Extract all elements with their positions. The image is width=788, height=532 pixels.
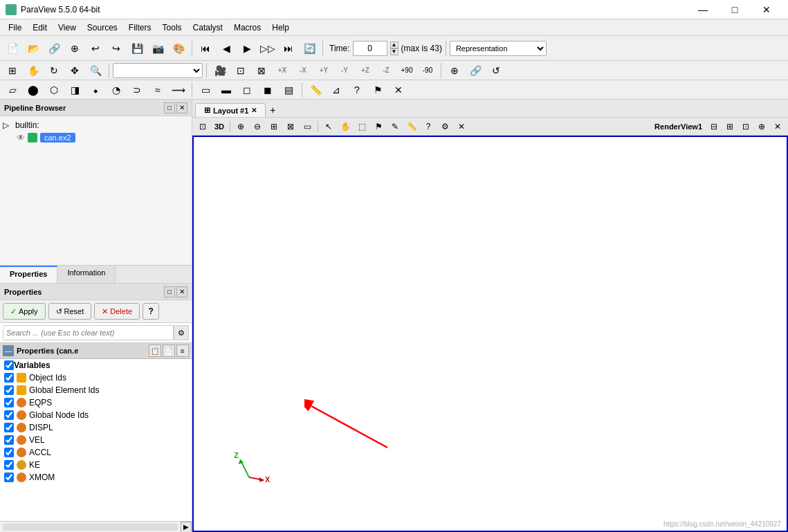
menu-filters[interactable]: Filters	[123, 21, 157, 34]
menu-edit[interactable]: Edit	[27, 21, 53, 34]
zoom-box-btn[interactable]: ⊠	[252, 62, 271, 80]
file-label[interactable]: can.ex2	[40, 133, 75, 143]
link-btn[interactable]: 🔗	[466, 62, 485, 80]
ortho-btn[interactable]: ⊕	[445, 62, 464, 80]
reset-button[interactable]: ↺ Reset	[48, 303, 92, 320]
prop-item-eqps[interactable]: EQPS	[0, 396, 192, 409]
accl-checkbox[interactable]	[4, 448, 14, 457]
menu-catalyst[interactable]: Catalyst	[187, 21, 228, 34]
prev-frame-btn[interactable]: ◀	[217, 39, 236, 57]
tab-properties[interactable]: Properties	[0, 266, 57, 283]
help-button[interactable]: ?	[143, 303, 159, 320]
viewport[interactable]: Z X https://blog.	[192, 136, 788, 532]
screenshot-btn[interactable]: 📷	[148, 39, 167, 57]
prop-item-accl[interactable]: ACCL	[0, 446, 192, 459]
sphere-btn[interactable]: ⬤	[24, 81, 43, 99]
render-annotate-btn[interactable]: ✎	[387, 120, 403, 134]
select-point-through-btn[interactable]: ◼	[258, 81, 277, 99]
prop-item-global-node-ids[interactable]: Global Node Ids	[0, 409, 192, 421]
disconnect-btn[interactable]: ⊕	[65, 39, 84, 57]
section-collapse-btn[interactable]: —	[3, 345, 14, 356]
prop-item-vel[interactable]: VEL	[0, 434, 192, 446]
clip-btn[interactable]: ◨	[65, 81, 84, 99]
minimize-button[interactable]: —	[687, 0, 719, 19]
render-capture-btn[interactable]: ⚙	[437, 120, 452, 134]
loop-btn[interactable]: 🔄	[300, 39, 319, 57]
source-dropdown[interactable]	[113, 63, 203, 78]
section-paste-btn[interactable]: 📄	[163, 345, 175, 357]
play-loop-btn[interactable]: ▷▷	[258, 39, 277, 57]
prop-item-object-ids[interactable]: Object Ids	[0, 372, 192, 384]
pick-btn[interactable]: ✋	[24, 62, 43, 80]
render-interact-btn[interactable]: ✋	[338, 120, 353, 134]
menu-view[interactable]: View	[53, 21, 82, 34]
vel-checkbox[interactable]	[4, 435, 14, 445]
yplus-btn[interactable]: +Y	[314, 62, 333, 80]
select-surface-btn[interactable]: ▭	[196, 81, 215, 99]
extract-btn[interactable]: ⊃	[127, 81, 147, 99]
render-pick-btn[interactable]: ↖	[321, 120, 336, 134]
tab-add-btn[interactable]: +	[266, 103, 280, 117]
zoom-btn[interactable]: 🔍	[86, 62, 105, 80]
stream-btn[interactable]: ≈	[148, 81, 167, 99]
render-select-btn[interactable]: ⬚	[354, 120, 369, 134]
close-button[interactable]: ✕	[751, 0, 782, 19]
render-delete-btn[interactable]: ✕	[454, 120, 469, 134]
layout-tab-1[interactable]: ⊞ Layout #1 ✕	[195, 103, 266, 117]
menu-tools[interactable]: Tools	[157, 21, 187, 34]
render-zoom-in-btn[interactable]: ⊕	[233, 120, 248, 134]
redo-btn[interactable]: ↪	[107, 39, 126, 57]
menu-macros[interactable]: Macros	[228, 21, 266, 34]
view-close-btn[interactable]: ✕	[770, 120, 785, 134]
eqps-checkbox[interactable]	[4, 398, 14, 407]
menu-file[interactable]: File	[3, 21, 27, 34]
reset-view-btn[interactable]: ⊡	[231, 62, 250, 80]
section-copy-btn[interactable]: 📋	[149, 345, 161, 357]
view-split-h-btn[interactable]: ⊟	[706, 120, 722, 134]
render-help-inner-btn[interactable]: ?	[421, 120, 436, 134]
new-btn[interactable]: 📄	[3, 39, 22, 57]
pipeline-file-item[interactable]: 👁 can.ex2	[14, 131, 189, 144]
zplus-btn[interactable]: +Z	[356, 62, 375, 80]
properties-close-btn[interactable]: ✕	[176, 286, 187, 297]
slice-btn[interactable]: ⬥	[86, 81, 105, 99]
select-point-btn[interactable]: ◻	[237, 81, 257, 99]
pipeline-float-btn[interactable]: □	[164, 102, 175, 113]
open-btn[interactable]: 📂	[24, 39, 43, 57]
cube-outline-btn[interactable]: ⬡	[44, 81, 64, 99]
prop-item-global-element-ids[interactable]: Global Element Ids	[0, 384, 192, 396]
view-split-v-btn[interactable]: ⊞	[722, 120, 737, 134]
prop-item-displ[interactable]: DISPL	[0, 421, 192, 434]
global-node-ids-checkbox[interactable]	[4, 410, 14, 420]
camera-interact-btn[interactable]: 🎥	[210, 62, 230, 80]
connect-btn[interactable]: 🔗	[44, 39, 64, 57]
render-zoom-out-btn[interactable]: ⊖	[250, 120, 265, 134]
search-input[interactable]	[3, 325, 174, 340]
apply-button[interactable]: ✓ Apply	[3, 303, 46, 320]
render-box-btn[interactable]: ▭	[300, 120, 315, 134]
menu-sources[interactable]: Sources	[82, 21, 123, 34]
pan-btn[interactable]: ✥	[65, 62, 84, 80]
menu-help[interactable]: Help	[266, 21, 295, 34]
properties-float-btn[interactable]: □	[164, 286, 175, 297]
xminus-btn[interactable]: -X	[293, 62, 313, 80]
undo-btn[interactable]: ↩	[86, 39, 105, 57]
rot-ccw-btn[interactable]: -90	[418, 62, 437, 80]
time-down-btn[interactable]: ▼	[390, 48, 398, 55]
xmom-checkbox[interactable]	[4, 473, 14, 482]
layout-tab-close[interactable]: ✕	[251, 107, 257, 114]
help-btn[interactable]: ?	[347, 81, 367, 99]
contour-btn[interactable]: ▱	[3, 81, 22, 99]
render-ruler-btn[interactable]: 📏	[404, 120, 419, 134]
time-up-btn[interactable]: ▲	[390, 42, 398, 48]
variables-checkbox[interactable]	[4, 360, 14, 370]
time-input[interactable]	[353, 41, 387, 56]
prop-item-xmom[interactable]: XMOM	[0, 471, 192, 484]
view-max-btn[interactable]: ⊕	[754, 120, 769, 134]
rotate-btn[interactable]: ↻	[44, 62, 64, 80]
ruler-btn[interactable]: 📏	[306, 81, 325, 99]
ke-checkbox[interactable]	[4, 460, 14, 470]
prop-scroll-right-btn[interactable]: ▶	[181, 522, 192, 533]
section-more-btn[interactable]: ≡	[176, 345, 189, 357]
render-3d-btn[interactable]: 3D	[212, 120, 227, 134]
